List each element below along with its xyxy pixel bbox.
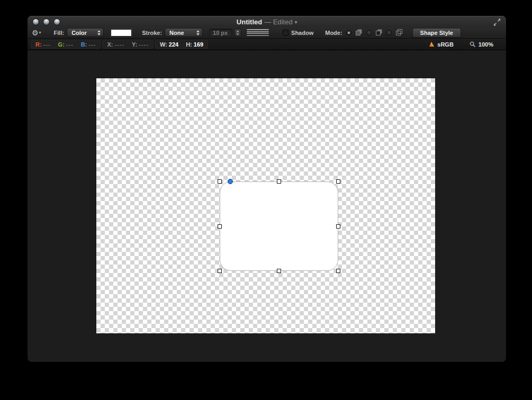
fullscreen-icon[interactable]	[493, 18, 501, 26]
mode-label: Mode:	[325, 30, 342, 36]
mode-radio-union[interactable]	[346, 30, 351, 35]
selection-handle-bottom-left[interactable]	[218, 269, 222, 273]
rgb-readout: R: --- G: --- B: ---	[31, 40, 101, 49]
app-window: Untitled— Edited▾ ⚙ ▾ Fill: Color Strok	[28, 16, 506, 362]
height-label: H:	[186, 41, 192, 48]
shadow-label: Shadow	[291, 30, 313, 36]
height-value: 169	[194, 41, 203, 48]
mode-radio-subtract[interactable]	[366, 30, 372, 35]
red-value: ---	[43, 41, 51, 48]
selection-handle-bottom-right[interactable]	[336, 269, 340, 273]
gear-dropdown-arrow-icon: ▾	[39, 30, 41, 35]
color-profile-value: sRGB	[437, 41, 454, 48]
toolbar: ⚙ ▾ Fill: Color Stroke: None 10 px Shado…	[28, 27, 506, 39]
document-area	[28, 50, 506, 362]
zoom-control[interactable]: 100%	[470, 41, 493, 48]
green-value: ---	[66, 41, 74, 48]
title-dropdown-arrow-icon[interactable]: ▾	[295, 20, 297, 25]
stroke-type-value: None	[165, 30, 195, 36]
selection-handle-bottom-middle[interactable]	[277, 269, 281, 273]
stepper-arrows-icon	[96, 30, 103, 35]
color-profile-icon	[429, 41, 435, 47]
subtract-mode-icon	[375, 29, 383, 37]
zoom-level-value: 100%	[479, 41, 493, 48]
mode-options	[346, 29, 403, 37]
fill-color-swatch[interactable]	[111, 29, 132, 37]
green-label: G:	[58, 41, 65, 48]
titlebar: Untitled— Edited▾	[28, 16, 506, 27]
selection-handle-middle-left[interactable]	[218, 224, 222, 229]
blue-label: B:	[81, 41, 87, 48]
shadow-checkbox[interactable]	[283, 30, 288, 35]
action-gear-menu[interactable]: ⚙ ▾	[32, 29, 41, 37]
fill-type-value: Color	[67, 30, 96, 36]
document-canvas[interactable]	[96, 78, 435, 333]
stroke-width-stepper[interactable]	[234, 29, 241, 37]
selection-handle-middle-right[interactable]	[336, 224, 340, 229]
blue-value: ---	[88, 41, 96, 48]
stepper-arrows-icon	[195, 30, 202, 35]
stroke-type-dropdown[interactable]: None	[165, 28, 203, 37]
width-value: 224	[169, 41, 178, 48]
infobar-right: sRGB 100%	[429, 41, 502, 48]
stroke-width-field[interactable]: 10 px	[209, 29, 232, 37]
rounded-rect-shape[interactable]	[220, 181, 338, 271]
color-profile-control[interactable]: sRGB	[429, 41, 454, 48]
x-value: ----	[114, 41, 124, 48]
mode-radio-intersect[interactable]	[386, 30, 392, 35]
x-label: X:	[107, 41, 113, 48]
y-value: ----	[139, 41, 149, 48]
stroke-label: Stroke:	[142, 30, 162, 36]
edited-status: — Edited	[264, 18, 292, 26]
magnifier-icon	[470, 41, 476, 48]
selection-handle-top-middle[interactable]	[277, 179, 281, 184]
gear-icon: ⚙	[32, 29, 39, 37]
union-mode-icon	[355, 29, 363, 37]
fill-label: Fill:	[54, 30, 65, 36]
red-label: R:	[35, 41, 42, 48]
y-label: Y:	[132, 41, 137, 48]
size-readout: W: 224 H: 169	[155, 40, 208, 49]
selection-handle-top-left[interactable]	[218, 179, 222, 184]
corner-radius-handle[interactable]	[228, 179, 233, 184]
fill-type-dropdown[interactable]: Color	[67, 28, 104, 37]
shape-style-button[interactable]: Shape Style	[412, 28, 461, 38]
intersect-mode-icon	[395, 29, 403, 37]
width-label: W:	[160, 41, 167, 48]
selection-handle-top-right[interactable]	[336, 179, 340, 184]
window-title: Untitled— Edited▾	[28, 16, 506, 28]
position-readout: X: ---- Y: ----	[102, 40, 154, 49]
document-title: Untitled	[237, 18, 262, 26]
line-width-preview[interactable]	[247, 29, 269, 36]
info-bar: R: --- G: --- B: --- X: ---- Y: ---- W: …	[28, 39, 506, 50]
